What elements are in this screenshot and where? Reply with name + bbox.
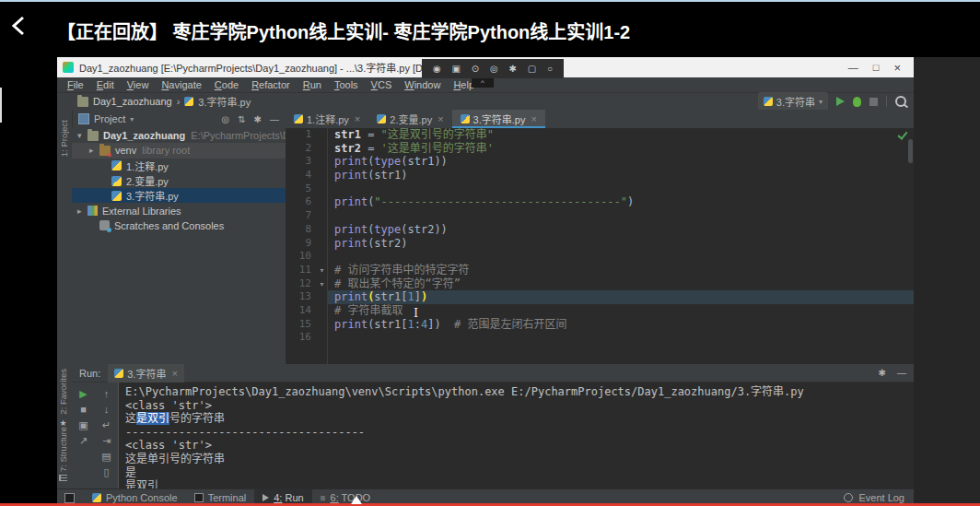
settings-icon[interactable]: ✱ <box>879 368 886 378</box>
minimize-icon[interactable]: — <box>848 62 858 73</box>
code-line[interactable]: 5 <box>286 182 914 196</box>
close-icon[interactable]: × <box>438 113 443 124</box>
toolwindow-toggle-icon[interactable] <box>64 493 75 503</box>
run-button[interactable] <box>836 97 845 106</box>
editor-tab[interactable]: 3.字符串.py× <box>452 110 545 128</box>
tree-item[interactable]: Scratches and Consoles <box>72 218 286 233</box>
search-icon[interactable] <box>895 96 906 107</box>
code-line[interactable]: 14# 字符串截取 <box>286 304 914 318</box>
tree-item[interactable]: 3.字符串.py <box>72 188 286 203</box>
code-line[interactable]: 8print(type(str2)) <box>286 223 914 237</box>
expand-arrow-icon[interactable]: ▸ <box>89 146 99 155</box>
run-config-selector[interactable]: 3.字符串 ▾ <box>758 92 828 111</box>
collapse-all-icon[interactable]: ⇅ <box>238 114 245 124</box>
annotate-icon[interactable]: ◎ <box>490 65 498 74</box>
token: = <box>361 142 381 155</box>
console-output[interactable]: E:\PycharmProjects\Day1_zaozhuang\venv\S… <box>119 382 914 488</box>
code-editor[interactable]: 1str1 = "这是双引号的字符串"2str2 = '这是单引号的字符串'3p… <box>286 128 914 364</box>
hide-panel-icon[interactable]: ― <box>270 114 279 124</box>
code-line[interactable]: 13print(str1[1]) <box>286 290 914 304</box>
microphone-icon[interactable]: ⊙ <box>472 65 479 74</box>
menu-item[interactable]: Tools <box>328 79 365 90</box>
line-number: 14 <box>286 304 316 318</box>
editor-tab[interactable]: 2.变量.py× <box>368 110 451 128</box>
tree-item[interactable]: ▸venvlibrary root <box>72 143 286 158</box>
folder-icon <box>88 131 99 141</box>
code-line[interactable]: 16 <box>286 331 914 345</box>
breadcrumb-file[interactable]: 3.字符串.py <box>198 94 251 109</box>
expand-arrow-icon[interactable]: ▸ <box>77 206 88 216</box>
menu-item[interactable]: Edit <box>90 79 121 90</box>
code-line[interactable]: 2str2 = '这是单引号的字符串' <box>286 142 914 156</box>
power-icon[interactable]: ○ <box>547 65 553 74</box>
close-icon[interactable]: × <box>355 113 360 124</box>
settings-icon[interactable]: ✱ <box>254 114 262 124</box>
line-number: 10 <box>286 250 316 264</box>
code-line[interactable]: 9print(str2) <box>286 237 914 251</box>
soft-wrap-button[interactable]: ↵ <box>102 420 111 430</box>
stop-button[interactable]: ■ <box>80 405 87 415</box>
editor-scrollbar[interactable] <box>908 139 913 163</box>
pin-button[interactable]: ↗ <box>79 436 88 446</box>
run-tab[interactable]: 3.字符串 × <box>108 364 184 382</box>
screenshot-icon[interactable]: ▣ <box>451 65 460 74</box>
project-panel-header[interactable]: Project ▾ ◎⇅✱― <box>72 110 286 128</box>
menu-item[interactable]: Run <box>297 79 328 90</box>
next-trace-button[interactable]: ↓ <box>104 405 110 415</box>
restore-layout-button[interactable]: ▣ <box>78 420 88 430</box>
tool-strip-project[interactable]: 1: Project <box>59 120 69 157</box>
webcam-icon[interactable]: ◉ <box>433 65 441 74</box>
status-bar-item-label: Terminal <box>208 492 247 503</box>
event-log-button[interactable]: Event Log <box>844 492 904 503</box>
back-icon[interactable] <box>9 15 29 37</box>
window-icon[interactable]: ▢ <box>528 65 536 74</box>
tree-item[interactable]: ▸External Libraries <box>72 203 286 218</box>
menu-item[interactable]: View <box>121 79 156 90</box>
menu-item[interactable]: File <box>61 79 90 90</box>
editor-tab[interactable]: 1.注释.py× <box>286 110 368 128</box>
menu-item[interactable]: Navigate <box>155 79 207 90</box>
menu-item[interactable]: Window <box>398 79 447 90</box>
hide-panel-icon[interactable]: ― <box>897 368 906 378</box>
code-line[interactable]: 11▿# 访问字符串中的特定字符 <box>286 264 914 277</box>
code-line[interactable]: 12▿# 取出某个特定的“字符” <box>286 277 914 291</box>
scroll-to-end-button[interactable]: ⇥ <box>102 436 111 446</box>
code-line[interactable]: 7 <box>286 209 914 223</box>
code-text: print(type(str1)) <box>328 155 914 169</box>
code-line[interactable]: 15print(str1[1:4]) # 范围是左闭右开区间 <box>286 318 914 332</box>
code-line[interactable]: 3print(type(str1)) <box>286 155 914 169</box>
settings-icon[interactable]: ✱ <box>509 65 517 74</box>
debug-button[interactable] <box>853 97 861 107</box>
code-line[interactable]: 6print("--------------------------------… <box>286 195 914 209</box>
tool-strip-structure[interactable]: 7: Structure <box>58 427 68 472</box>
chevron-down-icon[interactable]: ▾ <box>130 115 134 124</box>
code-line[interactable]: 1str1 = "这是双引号的字符串" <box>286 128 914 142</box>
mouse-text-cursor <box>414 306 418 320</box>
menu-item[interactable]: Refactor <box>245 79 297 90</box>
tool-strip-favorites[interactable]: 2: Favorites <box>58 369 68 415</box>
video-progress-handle[interactable] <box>351 496 362 504</box>
code-line[interactable]: 10 <box>286 250 914 264</box>
tree-item[interactable]: 1.注释.py <box>72 159 286 173</box>
prev-trace-button[interactable]: ↑ <box>104 389 110 399</box>
close-icon[interactable]: × <box>893 61 901 75</box>
clear-button[interactable]: ▯ <box>103 467 109 477</box>
maximize-icon[interactable]: □ <box>873 62 880 73</box>
tree-item[interactable]: 2.变量.py <box>72 173 286 188</box>
rerun-button[interactable]: ▶ <box>79 389 87 399</box>
menu-item[interactable]: Code <box>208 79 245 90</box>
print-button[interactable]: ▤ <box>101 452 111 462</box>
recording-toolbar-collapse[interactable]: ^ <box>472 78 494 88</box>
recording-toolbar[interactable]: ◉▣⊙◎✱▢○ <box>422 59 564 78</box>
expand-arrow-icon[interactable]: ▾ <box>77 131 88 140</box>
tree-item[interactable]: ▾Day1_zaozhuangE:\PycharmProjects\Day1_z… <box>72 128 286 143</box>
run-tool-window: Run: 3.字符串 × ✱― ▶■▣↗ ↑↓↵⇥▤▯ E:\PycharmPr… <box>72 364 914 488</box>
token: 1 <box>407 290 414 303</box>
code-line[interactable]: 4print(str1) <box>286 169 914 182</box>
close-icon[interactable]: × <box>171 368 177 379</box>
close-icon[interactable]: × <box>531 113 536 124</box>
breadcrumb-project[interactable]: Day1_zaozhuang <box>93 96 172 107</box>
menu-item[interactable]: VCS <box>365 79 399 90</box>
stop-button[interactable] <box>869 98 878 106</box>
locate-icon[interactable]: ◎ <box>221 114 229 124</box>
